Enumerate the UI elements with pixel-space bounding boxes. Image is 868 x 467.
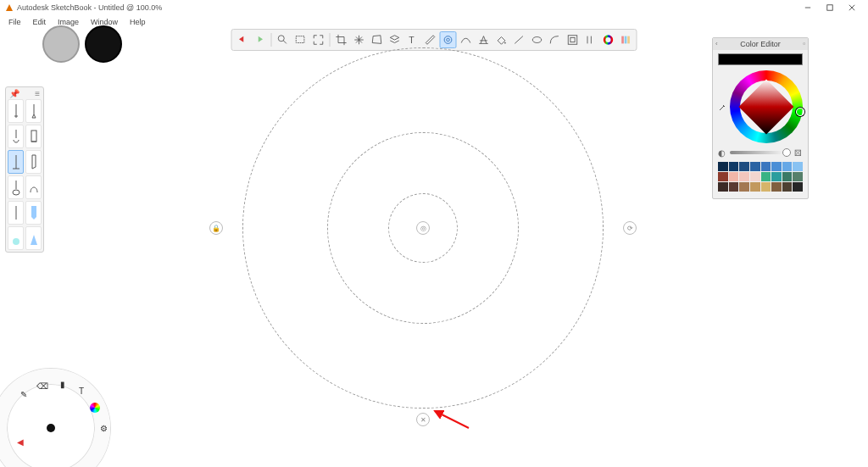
brush-pencil[interactable]: [8, 99, 24, 123]
undo-button[interactable]: [234, 31, 251, 48]
hue-cursor[interactable]: [796, 108, 804, 116]
fill-button[interactable]: [493, 31, 510, 48]
randomize-icon[interactable]: ⚄: [794, 148, 803, 157]
lagoon-color-icon[interactable]: [88, 401, 102, 414]
lagoon-brush-icon[interactable]: ✎: [17, 387, 31, 401]
copic-library-button[interactable]: [618, 31, 635, 48]
color-swatch[interactable]: [761, 162, 771, 171]
symmetry-button[interactable]: [440, 31, 457, 48]
lagoon-text-icon[interactable]: T: [75, 384, 88, 398]
brush-palette[interactable]: 📌 ≡: [5, 86, 44, 253]
app-logo-icon: [5, 3, 14, 12]
color-swatch[interactable]: [771, 172, 782, 181]
current-color-swatch[interactable]: [718, 53, 803, 65]
brush-smudge[interactable]: [25, 175, 42, 199]
color-swatch[interactable]: [771, 182, 782, 192]
color-swatch[interactable]: [718, 182, 728, 192]
color-swatch[interactable]: [771, 162, 782, 171]
color-swatch[interactable]: [782, 172, 793, 181]
svg-point-4: [444, 36, 452, 44]
color-wheel-button[interactable]: [600, 31, 617, 48]
redo-button[interactable]: [252, 31, 269, 48]
color-swatch[interactable]: [750, 182, 760, 192]
transform-button[interactable]: [351, 31, 368, 48]
brush-chisel[interactable]: [25, 150, 42, 174]
maximize-button[interactable]: [819, 1, 841, 14]
menu-file[interactable]: File: [3, 17, 26, 27]
color-swatch[interactable]: [761, 182, 771, 192]
menu-icon[interactable]: ≡: [35, 89, 40, 98]
color-swatch[interactable]: [793, 172, 803, 181]
symmetry-center-handle[interactable]: ◎: [416, 221, 430, 235]
svg-point-17: [13, 238, 19, 245]
color-swatch[interactable]: [739, 172, 749, 181]
lagoon-center-color[interactable]: [47, 424, 55, 432]
lagoon[interactable]: ✎ ⌫ ▮ T ◀ ⚙: [0, 369, 110, 467]
panel-close-icon[interactable]: ▫: [803, 40, 805, 47]
symmetry-rotate-handle[interactable]: ⟳: [623, 221, 637, 235]
pin-icon[interactable]: 📌: [9, 89, 19, 98]
color-swatch[interactable]: [761, 172, 771, 181]
svg-point-6: [504, 42, 506, 44]
minimize-button[interactable]: [797, 1, 819, 14]
shapes-line-button[interactable]: [511, 31, 528, 48]
color-swatch[interactable]: [793, 182, 803, 192]
color-swatch[interactable]: [739, 162, 749, 171]
brush-marker[interactable]: [25, 125, 42, 148]
lagoon-redo-icon[interactable]: ⚙: [97, 421, 110, 435]
eyedropper-icon[interactable]: [718, 103, 726, 112]
symmetry-close-handle[interactable]: ✕: [416, 413, 430, 426]
text-button[interactable]: T: [404, 31, 421, 48]
pin-icon[interactable]: ‹: [715, 40, 718, 47]
brush-ink[interactable]: [8, 150, 24, 174]
brush-brush[interactable]: [8, 175, 24, 199]
color-puck-primary[interactable]: [85, 25, 122, 63]
color-swatch[interactable]: [718, 162, 728, 171]
brush-fine[interactable]: [8, 201, 24, 225]
color-editor-panel[interactable]: ‹ Color Editor ▫ ◐ ⚄: [712, 37, 809, 199]
selection-button[interactable]: [565, 31, 581, 48]
layers-button[interactable]: [387, 31, 403, 48]
color-swatch[interactable]: [750, 172, 760, 181]
color-wheel[interactable]: [730, 70, 803, 143]
transparency-slider[interactable]: ◐ ⚄: [713, 147, 808, 158]
steady-stroke-button[interactable]: [582, 31, 599, 48]
brush-pen[interactable]: [25, 99, 42, 123]
shapes-ellipse-button[interactable]: [529, 31, 546, 48]
color-puck-secondary[interactable]: [42, 25, 80, 63]
color-swatch[interactable]: [739, 182, 749, 192]
lagoon-flood-icon[interactable]: ▮: [56, 377, 70, 391]
color-puck[interactable]: [42, 25, 122, 63]
color-swatch-grid: [713, 158, 808, 198]
predictive-stroke-button[interactable]: [458, 31, 475, 48]
menu-help[interactable]: Help: [125, 17, 151, 27]
color-swatch[interactable]: [729, 172, 739, 181]
perspective-button[interactable]: [476, 31, 492, 48]
brush-airbrush[interactable]: [8, 125, 24, 148]
close-button[interactable]: [841, 1, 863, 14]
shapes-curve-button[interactable]: [547, 31, 564, 48]
color-swatch[interactable]: [729, 162, 739, 171]
color-swatch[interactable]: [793, 162, 803, 171]
brush-palette-header[interactable]: 📌 ≡: [8, 89, 42, 97]
symmetry-lock-handle[interactable]: 🔒: [209, 221, 223, 235]
ruler-button[interactable]: [422, 31, 439, 48]
svg-rect-15: [31, 131, 36, 142]
fit-button[interactable]: [310, 31, 327, 48]
color-swatch[interactable]: [750, 162, 760, 171]
lagoon-eraser-icon[interactable]: ⌫: [36, 379, 49, 392]
brush-highlighter[interactable]: [25, 201, 42, 225]
lagoon-undo-icon[interactable]: ◀: [14, 435, 27, 448]
brush-stipple[interactable]: [25, 226, 42, 250]
crop-button[interactable]: [333, 31, 350, 48]
color-swatch[interactable]: [782, 182, 793, 192]
color-swatch[interactable]: [718, 172, 728, 181]
select-rect-button[interactable]: [292, 31, 309, 48]
distort-button[interactable]: [369, 31, 386, 48]
color-editor-header[interactable]: ‹ Color Editor ▫: [713, 38, 808, 50]
brush-soft[interactable]: [8, 226, 24, 250]
color-swatch[interactable]: [782, 162, 793, 171]
color-swatch[interactable]: [729, 182, 739, 192]
zoom-button[interactable]: [275, 31, 292, 48]
svg-point-16: [13, 190, 19, 195]
